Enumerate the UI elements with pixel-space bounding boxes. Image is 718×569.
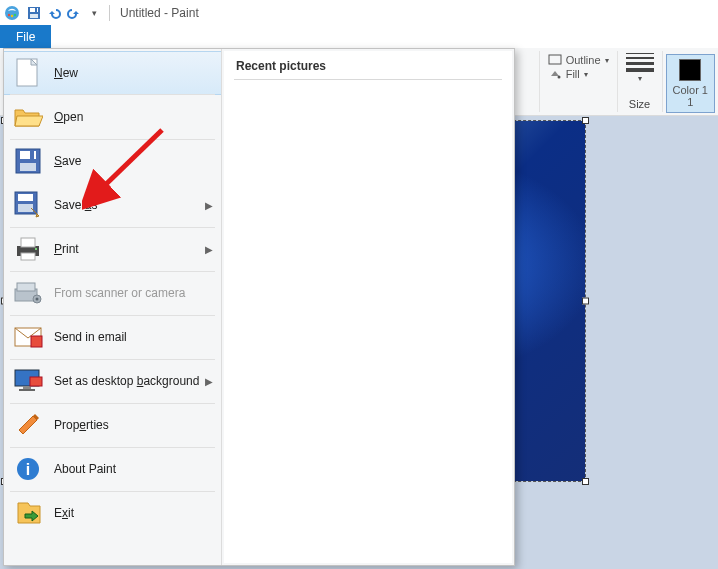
- qat-save-icon[interactable]: [25, 4, 43, 22]
- menu-properties[interactable]: Properties: [4, 403, 221, 447]
- scanner-icon: [12, 277, 44, 309]
- email-icon: [12, 321, 44, 353]
- recent-pictures-header: Recent pictures: [234, 59, 502, 80]
- menu-label: Properties: [54, 418, 109, 432]
- save-icon: [12, 145, 44, 177]
- fill-dropdown[interactable]: Fill ▾: [548, 67, 588, 81]
- print-icon: [12, 233, 44, 265]
- window-title: Untitled - Paint: [120, 6, 199, 20]
- svg-point-2: [11, 14, 13, 16]
- color1-swatch: [679, 59, 701, 81]
- menu-set-background[interactable]: Set as desktop background ▶: [4, 359, 221, 403]
- svg-point-1: [8, 13, 10, 15]
- properties-icon: [12, 409, 44, 441]
- submenu-arrow-icon: ▶: [205, 200, 213, 211]
- svg-rect-16: [18, 194, 33, 201]
- app-icon: [4, 5, 20, 21]
- menu-label: About Paint: [54, 462, 116, 476]
- size-dropdown[interactable]: ▾: [626, 53, 654, 83]
- size-group: ▾ Size: [617, 51, 662, 112]
- menu-about[interactable]: i About Paint: [4, 447, 221, 491]
- submenu-arrow-icon: ▶: [205, 244, 213, 255]
- about-icon: i: [12, 453, 44, 485]
- qat-customize-icon[interactable]: ▾: [85, 4, 103, 22]
- selection-handle[interactable]: [582, 298, 589, 305]
- menu-label: Save as: [54, 198, 97, 212]
- file-menu: New Open Save Save as ▶ Print: [3, 48, 515, 566]
- menu-new[interactable]: New: [4, 51, 221, 95]
- save-as-icon: [12, 189, 44, 221]
- menu-save[interactable]: Save: [4, 139, 221, 183]
- file-menu-items: New Open Save Save as ▶ Print: [4, 49, 222, 565]
- menu-send-email[interactable]: Send in email: [4, 315, 221, 359]
- menu-print[interactable]: Print ▶: [4, 227, 221, 271]
- menu-label: Save: [54, 154, 81, 168]
- svg-rect-7: [35, 8, 37, 12]
- submenu-arrow-icon: ▶: [205, 376, 213, 387]
- menu-open[interactable]: Open: [4, 95, 221, 139]
- shape-options-group: Outline ▾ Fill ▾: [539, 51, 617, 112]
- menu-exit[interactable]: Exit: [4, 491, 221, 535]
- menu-label: Send in email: [54, 330, 127, 344]
- svg-rect-8: [549, 55, 561, 64]
- size-label: Size: [629, 98, 650, 112]
- menu-from-scanner: From scanner or camera: [4, 271, 221, 315]
- selection-handle[interactable]: [582, 478, 589, 485]
- color1-group: Color 11: [662, 51, 718, 112]
- svg-point-0: [5, 6, 19, 20]
- svg-rect-23: [17, 283, 35, 291]
- svg-point-3: [14, 13, 16, 15]
- svg-rect-30: [19, 389, 35, 391]
- open-icon: [12, 101, 44, 133]
- exit-icon: [12, 497, 44, 529]
- menu-label: Open: [54, 110, 83, 124]
- title-bar: ▾ Untitled - Paint: [0, 0, 718, 25]
- svg-point-9: [557, 76, 560, 79]
- menu-label: Set as desktop background: [54, 374, 199, 388]
- menu-label: New: [54, 66, 78, 80]
- outline-dropdown[interactable]: Outline ▾: [548, 53, 609, 67]
- menu-label: From scanner or camera: [54, 286, 185, 300]
- svg-text:i: i: [26, 461, 30, 478]
- svg-point-21: [35, 248, 37, 250]
- svg-point-25: [36, 298, 39, 301]
- svg-rect-20: [21, 253, 35, 260]
- color1-button[interactable]: Color 11: [666, 54, 715, 113]
- selection-handle[interactable]: [582, 117, 589, 124]
- qat-undo-icon[interactable]: [45, 4, 63, 22]
- svg-rect-14: [30, 151, 34, 159]
- svg-rect-19: [21, 238, 35, 247]
- svg-rect-17: [18, 204, 33, 212]
- svg-rect-13: [20, 163, 36, 171]
- menu-label: Exit: [54, 506, 74, 520]
- ribbon-tabs: File: [0, 25, 718, 48]
- file-tab[interactable]: File: [0, 25, 51, 48]
- new-icon: [12, 57, 44, 89]
- qat-redo-icon[interactable]: [65, 4, 83, 22]
- menu-save-as[interactable]: Save as ▶: [4, 183, 221, 227]
- svg-rect-27: [31, 336, 42, 347]
- menu-label: Print: [54, 242, 79, 256]
- desktop-bg-icon: [12, 365, 44, 397]
- recent-pictures-panel: Recent pictures: [224, 51, 512, 563]
- separator: [109, 5, 110, 21]
- svg-rect-31: [30, 377, 42, 386]
- svg-rect-6: [30, 14, 38, 18]
